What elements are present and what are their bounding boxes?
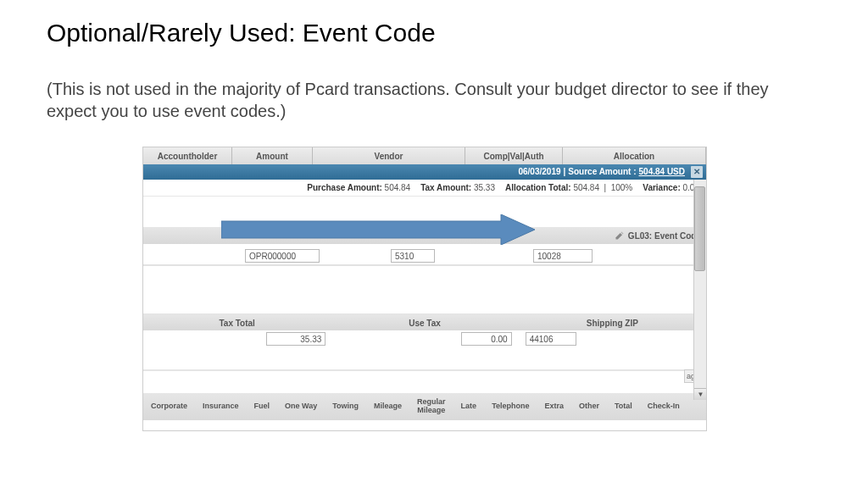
- purchase-label: Purchase Amount:: [307, 183, 382, 192]
- page-subtitle: (This is not used in the majority of Pca…: [47, 78, 810, 122]
- shipping-zip-input[interactable]: 44106: [526, 332, 576, 346]
- vertical-scrollbar[interactable]: ▼: [693, 180, 706, 400]
- page-title: Optional/Rarely Used: Event Code: [47, 19, 436, 47]
- alloc-pct: 100%: [611, 183, 633, 192]
- cat-extra[interactable]: Extra: [537, 402, 571, 411]
- event-code-section: GL03: Event Code OPR000000 5310 10028: [143, 197, 706, 266]
- category-header-row: Corporate Insurance Fuel One Way Towing …: [143, 393, 706, 420]
- cat-fuel[interactable]: Fuel: [247, 402, 278, 411]
- tab-accountholder[interactable]: Accountholder: [143, 147, 232, 164]
- gl03-header: GL03: Event Code: [615, 229, 701, 242]
- scrollbar-thumb[interactable]: [694, 186, 705, 271]
- use-tax-header: Use Tax: [331, 315, 518, 330]
- close-icon[interactable]: ✕: [691, 166, 703, 178]
- source-label: Source Amount :: [568, 164, 636, 180]
- cat-insurance[interactable]: Insurance: [195, 402, 247, 411]
- cat-towing[interactable]: Towing: [325, 402, 366, 411]
- cat-corporate[interactable]: Corporate: [143, 402, 195, 411]
- scroll-down-button[interactable]: ▼: [694, 388, 707, 400]
- cat-other[interactable]: Other: [571, 402, 607, 411]
- tab-compvalauth[interactable]: Comp|Val|Auth: [465, 147, 563, 164]
- source-date: 06/03/2019: [518, 164, 560, 180]
- tab-vendor[interactable]: Vendor: [313, 147, 465, 164]
- app-window: Accountholder Amount Vendor Comp|Val|Aut…: [142, 147, 707, 431]
- tax-total-header: Tax Total: [143, 315, 331, 330]
- tax-value: 35.33: [474, 183, 495, 192]
- cat-checkin[interactable]: Check-In: [640, 402, 687, 411]
- spacer: [143, 266, 706, 315]
- shipping-zip-header: Shipping ZIP: [519, 315, 706, 330]
- cat-regular-mileage[interactable]: Regular Mileage: [409, 398, 453, 415]
- cat-late[interactable]: Late: [453, 402, 485, 411]
- cat-total[interactable]: Total: [607, 402, 640, 411]
- cat-oneway[interactable]: One Way: [277, 402, 325, 411]
- gl03-label: GL03: Event Code: [628, 231, 701, 241]
- tab-amount[interactable]: Amount: [232, 147, 313, 164]
- input-row: OPR000000 5310 10028: [143, 247, 706, 264]
- tab-row: Accountholder Amount Vendor Comp|Val|Aut…: [143, 147, 706, 164]
- source-amount[interactable]: 504.84 USD: [639, 164, 685, 180]
- use-tax-input[interactable]: 0.00: [461, 332, 512, 346]
- tab-allocation[interactable]: Allocation: [563, 147, 706, 164]
- field-opr[interactable]: OPR000000: [245, 249, 320, 263]
- event-code-input[interactable]: 10028: [533, 249, 593, 263]
- spacer: [143, 371, 706, 393]
- tax-label: Tax Amount:: [420, 183, 471, 192]
- cat-telephone[interactable]: Telephone: [484, 402, 537, 411]
- cat-mileage[interactable]: Mileage: [366, 402, 409, 411]
- purchase-value: 504.84: [385, 183, 411, 192]
- tax-section: Tax Total Use Tax Shipping ZIP 35.33 0.0…: [143, 315, 706, 349]
- alloc-value: 504.84: [573, 183, 599, 192]
- spacer: [143, 351, 706, 371]
- summary-row: Purchase Amount: 504.84 Tax Amount: 35.3…: [143, 180, 706, 197]
- alloc-label: Allocation Total:: [505, 183, 571, 192]
- tax-total-input[interactable]: 35.33: [266, 332, 326, 346]
- pencil-icon[interactable]: [615, 230, 625, 241]
- field-code[interactable]: 5310: [391, 249, 435, 263]
- source-amount-bar: 06/03/2019 | Source Amount : 504.84 USD …: [143, 164, 706, 180]
- variance-label: Variance:: [643, 183, 680, 192]
